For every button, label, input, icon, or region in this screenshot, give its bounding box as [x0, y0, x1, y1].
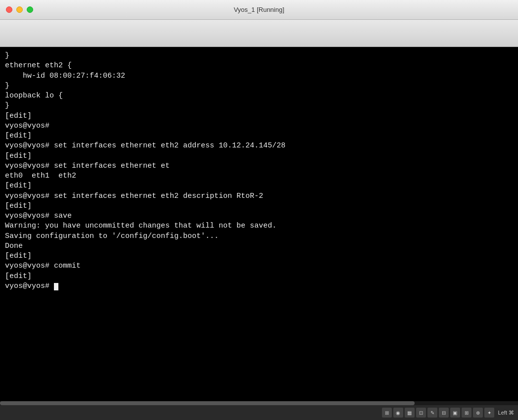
terminal[interactable]: }ethernet eth2 { hw-id 08:00:27:f4:06:32…: [0, 47, 518, 405]
terminal-line: [edit]: [5, 201, 513, 211]
scrollbar-thumb[interactable]: [0, 401, 415, 405]
terminal-line: [edit]: [5, 181, 513, 191]
terminal-line: vyos@vyos# commit: [5, 261, 513, 271]
terminal-container[interactable]: }ethernet eth2 { hw-id 08:00:27:f4:06:32…: [0, 47, 518, 405]
terminal-line: vyos@vyos# set interfaces ethernet eth2 …: [5, 141, 513, 151]
terminal-line: hw-id 08:00:27:f4:06:32: [5, 71, 513, 81]
terminal-line: Saving configuration to '/config/config.…: [5, 232, 513, 241]
terminal-line: vyos@vyos# save: [5, 211, 513, 221]
terminal-line: loopback lo {: [5, 91, 513, 101]
titlebar-buttons: [6, 6, 33, 13]
terminal-line: ethernet eth2 {: [5, 61, 513, 71]
statusbar: ⊞ ◉ ▦ ⊡ ✎ ⊟ ▣ ⊞ ⊕ ✦ Left ⌘: [0, 405, 518, 420]
status-text: Left ⌘: [498, 410, 514, 416]
scrollbar[interactable]: [0, 401, 518, 405]
window-title: Vyos_1 [Running]: [234, 6, 284, 13]
terminal-line: [edit]: [5, 272, 513, 281]
status-icon-4: ⊡: [416, 408, 426, 418]
status-icon-5: ✎: [427, 408, 437, 418]
terminal-line: }: [5, 51, 513, 61]
terminal-line: vyos@vyos#: [5, 121, 513, 131]
toolbar: [0, 20, 518, 47]
status-icon-6: ⊟: [439, 408, 449, 418]
window: Vyos_1 [Running] }ethernet eth2 { hw-id …: [0, 0, 518, 420]
status-icon-8: ⊞: [462, 408, 471, 418]
terminal-cursor: [54, 283, 58, 290]
status-icon-2: ◉: [393, 408, 403, 418]
terminal-line: vyos@vyos# set interfaces ethernet et: [5, 161, 513, 171]
status-icon-7: ▣: [450, 408, 460, 418]
terminal-line: }: [5, 101, 513, 111]
minimize-button[interactable]: [16, 6, 23, 13]
terminal-line: [edit]: [5, 131, 513, 141]
status-icon-9: ⊕: [473, 408, 483, 418]
terminal-line: [edit]: [5, 251, 513, 261]
terminal-line: vyos@vyos# set interfaces ethernet eth2 …: [5, 191, 513, 201]
close-button[interactable]: [6, 6, 12, 13]
titlebar: Vyos_1 [Running]: [0, 0, 518, 20]
status-icon-3: ▦: [405, 408, 415, 418]
status-icon-1: ⊞: [382, 408, 392, 418]
statusbar-icons: ⊞ ◉ ▦ ⊡ ✎ ⊟ ▣ ⊞ ⊕ ✦: [382, 408, 494, 418]
terminal-line: Warning: you have uncommitted changes th…: [5, 221, 513, 231]
terminal-line: eth0 eth1 eth2: [5, 171, 513, 181]
terminal-line: Done: [5, 241, 513, 251]
maximize-button[interactable]: [27, 6, 33, 13]
terminal-line: }: [5, 81, 513, 91]
terminal-line: vyos@vyos#: [5, 281, 513, 291]
terminal-line: [edit]: [5, 111, 513, 121]
terminal-line: [edit]: [5, 151, 513, 161]
status-icon-10: ✦: [484, 408, 494, 418]
